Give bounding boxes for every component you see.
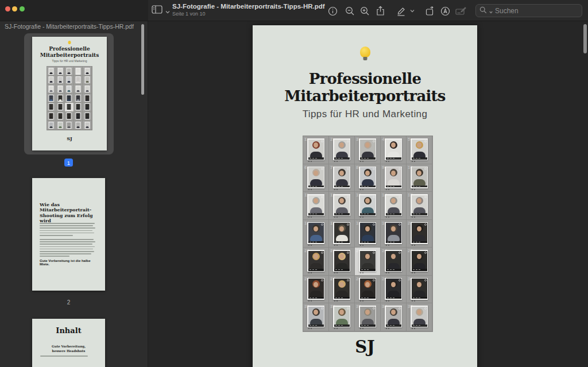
thumb3-teaser-line — [40, 354, 97, 357]
portrait-cell: 32 — [329, 303, 355, 331]
portrait-cell — [407, 331, 432, 333]
mini-portrait-cell — [83, 121, 92, 130]
fill-sign-button[interactable] — [439, 5, 451, 17]
portrait-cell: 10 — [407, 164, 432, 192]
view-menu-button[interactable] — [152, 5, 170, 16]
mini-portrait-cell — [65, 94, 74, 103]
page-1-badge: 1 — [64, 159, 73, 167]
chevron-down-icon — [165, 6, 170, 16]
portrait-cell — [381, 331, 407, 333]
portrait-cell: 16 — [303, 220, 329, 248]
rotate-button[interactable] — [424, 5, 435, 17]
thumbnail-page-2[interactable]: Wie das Mitarbeiterportrait- Shooting zu… — [32, 178, 105, 291]
pdf-viewer: Professionelle Mitarbeiterportraits Tipp… — [148, 21, 588, 367]
mini-portrait-cell — [47, 94, 56, 103]
mini-portrait-cell — [56, 103, 65, 112]
mini-cover-subtitle: Tipps für HR und Marketing — [32, 59, 107, 63]
document-title-block: SJ-Fotografie - Mitarbeiterportraits-Tip… — [172, 3, 322, 17]
markup-options-button[interactable] — [409, 5, 416, 17]
sidebar-scrollbar[interactable] — [141, 24, 144, 95]
mini-portrait-cell — [47, 112, 56, 121]
page-status: Seite 1 von 10 — [172, 11, 322, 17]
mini-portrait-cell — [65, 112, 74, 121]
mini-portrait-cell — [83, 84, 92, 94]
portrait-cell: 3 — [355, 136, 381, 164]
toolbar: SJ-Fotografie - Mitarbeiterportraits-Tip… — [148, 0, 588, 21]
info-button[interactable] — [327, 5, 338, 17]
portrait-cell: 12 — [329, 192, 355, 220]
cover-subtitle: Tipps für HR und Marketing — [253, 109, 477, 120]
mini-portrait-cell — [83, 76, 92, 85]
minimize-button[interactable] — [12, 6, 17, 11]
form-button[interactable] — [455, 5, 466, 17]
portrait-cell: 21 — [303, 248, 329, 276]
sidebar-filename: SJ-Fotografie - Mitarbeiterportraits-Tip… — [5, 23, 141, 30]
portrait-cell: 18 — [355, 220, 381, 248]
portrait-cell — [303, 331, 329, 333]
lightbulb-icon — [68, 41, 71, 44]
mini-portrait-cell — [65, 103, 74, 112]
chevron-down-icon — [410, 9, 415, 13]
portrait-cell — [329, 331, 355, 333]
mini-portrait-cell — [56, 76, 65, 85]
mini-portrait-cell — [65, 84, 74, 94]
mini-page3-heading: Inhalt — [32, 326, 105, 335]
portrait-cell: 23 — [355, 248, 381, 276]
mini-portrait-cell — [47, 76, 56, 85]
thumbnail-page-3[interactable]: Inhalt Gute Vorbereitung, bessere Headsh… — [32, 319, 105, 367]
preview-app-window: SJ-Fotografie - Mitarbeiterportraits-Tip… — [0, 0, 588, 367]
portrait-cell: 22 — [329, 248, 355, 276]
mini-portrait-cell — [65, 121, 74, 130]
portrait-cell: 2 — [329, 136, 355, 164]
mini-portrait-cell — [83, 67, 92, 76]
portrait-cell: 11 — [303, 192, 329, 220]
mini-portrait-grid — [47, 66, 92, 130]
mini-portrait-cell — [74, 121, 83, 130]
page-2-label: 2 — [32, 299, 105, 306]
portrait-cell: 5 — [407, 136, 432, 164]
portrait-cell: 24 — [381, 248, 407, 276]
mini-portrait-cell — [83, 94, 92, 103]
portrait-cell: 20 — [407, 220, 432, 248]
lightbulb-icon — [360, 47, 370, 57]
zoom-window-button[interactable] — [20, 6, 25, 11]
fill-sign-icon — [440, 6, 450, 16]
mini-logo: SJ — [32, 136, 107, 141]
markup-button[interactable] — [395, 5, 407, 17]
mini-page2-footer: Gute Vorbereitung ist die halbe Miete. — [40, 259, 99, 266]
share-button[interactable] — [374, 5, 386, 17]
cover-logo: SJ — [253, 337, 477, 357]
portrait-cell: 29 — [381, 276, 407, 304]
close-button[interactable] — [5, 6, 10, 11]
mini-portrait-cell — [56, 94, 65, 103]
portrait-cell: 25 — [407, 248, 432, 276]
zoom-out-button[interactable] — [344, 5, 355, 17]
mini-portrait-cell — [74, 112, 83, 121]
content-area: SJ-Fotografie - Mitarbeiterportraits-Tip… — [0, 21, 588, 367]
thumb2-paragraph-1 — [40, 222, 97, 236]
mini-portrait-cell — [74, 76, 83, 85]
thumbnail-page-1[interactable]: Professionelle Mitarbeiterportraits Tipp… — [32, 37, 107, 150]
search-input[interactable] — [495, 7, 584, 15]
zoom-out-icon — [345, 6, 355, 16]
window-title: SJ-Fotografie - Mitarbeiterportraits-Tip… — [172, 3, 322, 10]
mini-portrait-cell — [47, 67, 56, 76]
main-scrollbar[interactable] — [583, 24, 587, 53]
search-scope-chevron-icon — [489, 6, 493, 16]
cover-portrait-grid: 1234567891011121314151617181920212223242… — [303, 136, 433, 332]
zoom-in-button[interactable] — [359, 5, 370, 17]
mini-page3-lines: Gute Vorbereitung, bessere Headshots — [32, 344, 105, 354]
portrait-cell: 19 — [381, 220, 407, 248]
portrait-cell: 7 — [329, 164, 355, 192]
mini-portrait-cell — [74, 67, 83, 76]
markup-pen-icon — [396, 6, 406, 16]
mini-portrait-cell — [74, 94, 83, 103]
portrait-cell: 1 — [303, 136, 329, 164]
portrait-cell: 9 — [381, 164, 407, 192]
titlebar: SJ-Fotografie - Mitarbeiterportraits-Tip… — [0, 0, 588, 21]
info-icon — [328, 6, 338, 16]
search-field[interactable] — [475, 4, 582, 17]
titlebar-sidebar-section — [0, 0, 148, 21]
portrait-cell: 14 — [381, 192, 407, 220]
mini-portrait-cell — [65, 67, 74, 76]
